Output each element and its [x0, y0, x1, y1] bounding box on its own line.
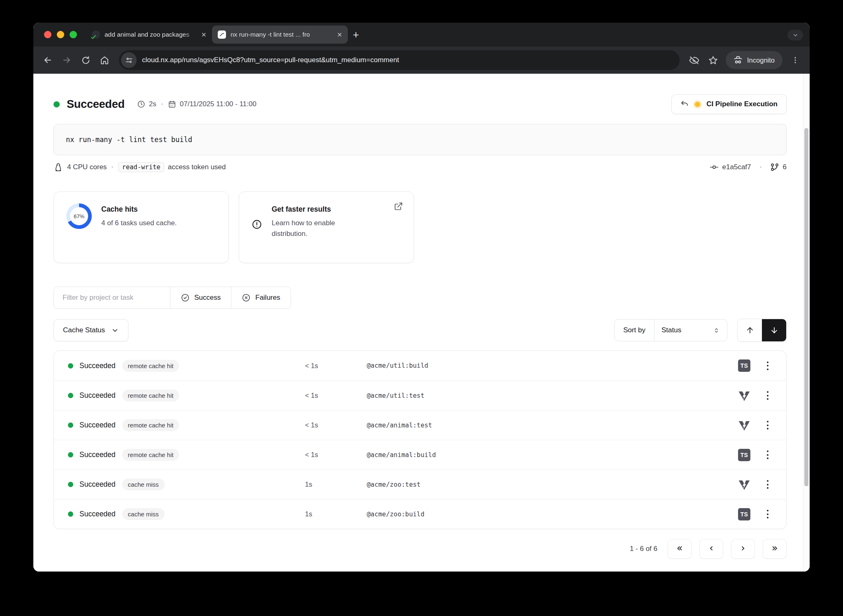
chevrons-up-down-icon: [713, 327, 720, 334]
ci-pipeline-button[interactable]: CI Pipeline Execution: [671, 94, 787, 114]
task-status-dot: [68, 422, 73, 428]
task-status-dot: [68, 482, 73, 487]
task-status-dot: [68, 363, 73, 369]
task-row[interactable]: Succeeded remote cache hit < 1s @acme/an…: [54, 410, 786, 440]
sort-ascending-button[interactable]: [738, 319, 762, 341]
pagination: 1 - 6 of 6 « ‹ › »: [54, 539, 787, 559]
filter-failures-button[interactable]: Failures: [231, 287, 290, 308]
address-bar[interactable]: cloud.nx.app/runs/agsvEHsQc8?utm_source=…: [119, 50, 680, 70]
task-duration: < 1s: [305, 392, 367, 399]
chevron-down-icon: [792, 32, 799, 38]
first-page-button[interactable]: «: [668, 539, 692, 559]
sort-descending-button[interactable]: [762, 319, 786, 341]
url-text: cloud.nx.app/runs/agsvEHsQc8?utm_source=…: [142, 56, 399, 64]
row-menu-button[interactable]: [763, 478, 772, 490]
arrow-down-icon: [770, 326, 779, 335]
incognito-badge: Incognito: [726, 51, 782, 69]
new-tab-button[interactable]: +: [353, 29, 359, 40]
reload-button[interactable]: [77, 51, 94, 69]
last-page-button[interactable]: »: [763, 539, 787, 559]
home-icon: [100, 55, 109, 65]
list-controls: Cache Status Sort by Status: [54, 319, 787, 342]
eye-off-icon: [689, 55, 699, 65]
sort-select[interactable]: Status: [654, 320, 727, 341]
window-zoom-button[interactable]: [70, 31, 77, 38]
run-meta: 4 CPU cores read-write access token used…: [54, 161, 787, 173]
branch-icon: [770, 163, 779, 172]
tab-title: add animal and zoo packages: [105, 31, 197, 38]
next-page-button[interactable]: ›: [731, 539, 755, 559]
task-row[interactable]: Succeeded remote cache hit < 1s @acme/ut…: [54, 351, 786, 380]
command-text: nx run-many -t lint test build: [66, 135, 192, 144]
page-content: Succeeded 2s 07/11/2025 11:00 - 11:00 CI…: [33, 74, 810, 572]
commit-hash[interactable]: e1a5caf7: [722, 163, 751, 171]
tab-close-icon[interactable]: ×: [201, 30, 206, 39]
nx-cloud-favicon: [218, 30, 226, 39]
distribution-card-title: Get faster results: [272, 205, 373, 214]
filter-bar: Success Failures: [54, 287, 291, 309]
row-menu-button[interactable]: [763, 508, 772, 520]
distribution-card[interactable]: Get faster results Learn how to enable d…: [239, 191, 414, 263]
scrollbar-thumb[interactable]: [804, 128, 808, 486]
task-row[interactable]: Succeeded cache miss 1s @acme/zoo:build …: [54, 499, 786, 529]
task-status-dot: [68, 393, 73, 398]
tab-nx-cloud[interactable]: nx run-many -t lint test ... fro ×: [212, 26, 348, 44]
run-header: Succeeded 2s 07/11/2025 11:00 - 11:00 CI…: [54, 94, 787, 114]
bookmark-star-button[interactable]: [704, 51, 722, 69]
task-duration: 1s: [305, 510, 367, 518]
row-menu-button[interactable]: [763, 419, 772, 431]
tab-github-pr[interactable]: add animal and zoo packages ×: [86, 26, 212, 44]
undo-icon: [680, 100, 689, 108]
separator-dot: [112, 166, 113, 168]
cache-donut: 67%: [66, 203, 92, 229]
back-button[interactable]: [39, 51, 56, 69]
calendar-icon: [168, 100, 176, 108]
forward-button[interactable]: [58, 51, 75, 69]
forward-arrow-icon: [62, 55, 72, 65]
sort-by-label: Sort by: [615, 320, 654, 341]
tab-close-icon[interactable]: ×: [337, 30, 342, 39]
preview-eye-off-button[interactable]: [685, 51, 703, 69]
browser-toolbar: cloud.nx.app/runs/agsvEHsQc8?utm_source=…: [33, 47, 810, 74]
task-status-label: Succeeded: [79, 421, 116, 429]
task-name: @acme/zoo:test: [367, 481, 725, 488]
arrow-up-icon: [745, 326, 755, 335]
cache-status-dropdown[interactable]: Cache Status: [54, 319, 128, 341]
filter-success-button[interactable]: Success: [170, 287, 231, 308]
tab-search-button[interactable]: [787, 30, 803, 40]
window-close-button[interactable]: [44, 31, 51, 38]
row-menu-button[interactable]: [763, 390, 772, 401]
check-icon: [91, 34, 96, 40]
scrollbar-track[interactable]: [803, 74, 810, 572]
browser-menu-button[interactable]: [787, 51, 804, 69]
task-status-label: Succeeded: [79, 450, 116, 459]
task-status-dot: [68, 452, 73, 457]
typescript-icon: TS: [738, 359, 750, 372]
vitest-icon: [738, 390, 750, 402]
run-date: 07/11/2025 11:00 - 11:00: [168, 100, 256, 108]
prev-page-button[interactable]: ‹: [699, 539, 723, 559]
incognito-label: Incognito: [747, 56, 775, 64]
cpu-cores-label: 4 CPU cores: [67, 163, 107, 171]
task-row[interactable]: Succeeded remote cache hit < 1s @acme/an…: [54, 440, 786, 469]
token-suffix-label: access token used: [168, 163, 226, 171]
task-row[interactable]: Succeeded cache miss 1s @acme/zoo:test: [54, 469, 786, 499]
incognito-icon: [734, 56, 743, 65]
cache-result-badge: remote cache hit: [122, 360, 179, 372]
cache-hits-card: 67% Cache hits 4 of 6 tasks used cache.: [54, 191, 229, 263]
page-range-label: 1 - 6 of 6: [630, 545, 657, 553]
task-name: @acme/animal:test: [367, 422, 725, 429]
row-menu-button[interactable]: [763, 360, 772, 372]
branch-count[interactable]: 6: [783, 163, 787, 171]
task-row[interactable]: Succeeded remote cache hit < 1s @acme/ut…: [54, 380, 786, 410]
tab-strip: add animal and zoo packages × nx run-man…: [33, 23, 810, 47]
site-settings-icon[interactable]: [121, 52, 137, 68]
row-menu-button[interactable]: [763, 449, 772, 461]
task-status-label: Succeeded: [79, 362, 116, 370]
pipeline-button-label: CI Pipeline Execution: [706, 100, 778, 108]
window-minimize-button[interactable]: [57, 31, 64, 38]
external-link-icon[interactable]: [394, 202, 403, 211]
home-button[interactable]: [96, 51, 113, 69]
filter-input[interactable]: [54, 287, 170, 308]
access-token-badge: read-write: [118, 162, 164, 172]
